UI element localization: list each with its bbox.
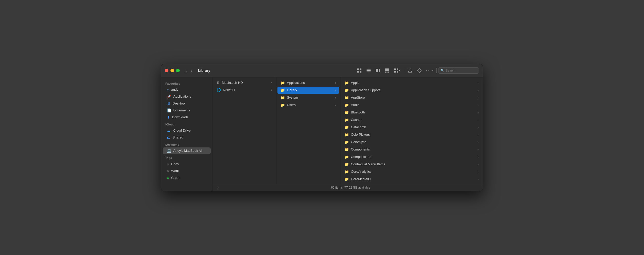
forward-button[interactable]: › xyxy=(189,67,194,74)
file-row-colorsync[interactable]: 📁 ColorSync › xyxy=(341,138,482,146)
search-box[interactable]: 🔍 xyxy=(438,67,479,74)
finder-window: ‹ › Library xyxy=(161,64,483,191)
view-list-button[interactable] xyxy=(364,67,373,74)
maximize-button[interactable] xyxy=(176,69,180,72)
svg-rect-7 xyxy=(376,69,377,72)
chevron-icon: › xyxy=(478,141,479,144)
file-row-audio[interactable]: 📁 Audio › xyxy=(341,101,482,109)
sidebar-item-desktop-label: Desktop xyxy=(173,101,185,105)
file-row-users[interactable]: 📁 Users › xyxy=(277,101,339,109)
sidebar-item-desktop[interactable]: 🖥 Desktop xyxy=(163,100,211,107)
folder-icon: 📁 xyxy=(281,103,285,107)
chevron-icon: › xyxy=(478,103,479,107)
sidebar: Favourites ⌂ andy 🚀 Applications 🖥 Deskt… xyxy=(161,77,212,191)
folder-icon: 📁 xyxy=(345,133,349,137)
chevron-icon: › xyxy=(335,96,336,99)
svg-rect-17 xyxy=(397,71,398,73)
sidebar-item-macbook-air[interactable]: 💻 Andy's MacBook Air xyxy=(163,147,211,154)
file-name-applications: Applications xyxy=(287,81,333,85)
sidebar-item-docs-tag[interactable]: ○ Docs xyxy=(163,161,211,167)
folder-icon: 📁 xyxy=(345,147,349,152)
sidebar-item-icloud-drive-label: iCloud Drive xyxy=(173,129,191,132)
back-button[interactable]: ‹ xyxy=(184,67,188,74)
docs-tag-icon: ○ xyxy=(167,162,169,166)
file-row-coremediaio[interactable]: 📁 CoreMediaIO › xyxy=(341,176,482,183)
column-3: 📁 Apple › 📁 Application Support › 📁 AppS… xyxy=(340,77,483,184)
folder-icon: 📁 xyxy=(345,88,349,92)
sidebar-item-applications-label: Applications xyxy=(173,95,191,98)
applications-icon: 🚀 xyxy=(167,95,171,99)
svg-rect-16 xyxy=(394,71,396,73)
file-row-applications[interactable]: 📁 Applications › xyxy=(277,79,339,86)
column-1: 🖥 Macintosh HD › 🌐 Network › xyxy=(212,77,276,184)
status-bar: ✕ 66 items, 77.52 GB available xyxy=(212,184,483,191)
svg-rect-15 xyxy=(397,68,398,70)
sidebar-item-shared[interactable]: 🗂 Shared xyxy=(163,134,211,141)
column-2: 📁 Applications › 📁 Library › 📁 System › xyxy=(276,77,340,184)
chevron-icon: › xyxy=(271,88,272,91)
status-close-button[interactable]: ✕ xyxy=(216,185,220,190)
share-button[interactable] xyxy=(406,67,414,74)
folder-icon: 📁 xyxy=(345,177,349,181)
file-row-catacomb[interactable]: 📁 Catacomb › xyxy=(341,124,482,131)
file-row-network[interactable]: 🌐 Network › xyxy=(213,86,275,94)
file-row-appstore[interactable]: 📁 AppStore › xyxy=(341,94,482,101)
file-name-colorpickers: ColorPickers xyxy=(351,133,476,136)
search-input[interactable] xyxy=(446,69,477,72)
file-name-system: System xyxy=(287,96,333,99)
file-row-caches[interactable]: 📁 Caches › xyxy=(341,116,482,123)
svg-rect-14 xyxy=(394,68,396,70)
view-columns-button[interactable] xyxy=(373,67,382,74)
sidebar-item-downloads[interactable]: ⬇ Downloads xyxy=(163,114,211,121)
sidebar-item-andy[interactable]: ⌂ andy xyxy=(163,86,211,93)
sidebar-item-work-tag[interactable]: ○ Work xyxy=(163,168,211,174)
sidebar-item-andy-label: andy xyxy=(171,88,178,91)
file-name-components: Components xyxy=(351,147,476,151)
file-row-system[interactable]: 📁 System › xyxy=(277,94,339,101)
close-button[interactable] xyxy=(165,69,168,72)
file-name-apple: Apple xyxy=(351,81,476,85)
sidebar-item-downloads-label: Downloads xyxy=(172,115,188,119)
folder-icon: 📁 xyxy=(281,88,285,92)
chevron-icon: › xyxy=(271,81,272,84)
file-name-audio: Audio xyxy=(351,103,476,107)
status-text: 66 items, 77.52 GB available xyxy=(331,186,370,189)
more-button[interactable]: ··· ▾ xyxy=(424,67,435,74)
file-row-library[interactable]: 📁 Library › xyxy=(277,87,339,94)
sidebar-item-macbook-air-label: Andy's MacBook Air xyxy=(173,149,203,153)
file-row-colorpickers[interactable]: 📁 ColorPickers › xyxy=(341,131,482,138)
file-row-components[interactable]: 📁 Components › xyxy=(341,146,482,153)
file-row-coreanalytics[interactable]: 📁 CoreAnalytics › xyxy=(341,168,482,175)
documents-icon: 📄 xyxy=(167,108,171,112)
work-tag-icon: ○ xyxy=(167,169,169,173)
view-group-button[interactable]: ▾ xyxy=(392,67,402,74)
chevron-icon: › xyxy=(335,89,336,92)
chevron-icon: › xyxy=(478,118,479,121)
svg-rect-0 xyxy=(357,68,359,70)
svg-rect-5 xyxy=(367,70,371,71)
tags-section-label: Tags xyxy=(161,154,212,160)
folder-icon: 📁 xyxy=(281,81,285,85)
sidebar-item-documents[interactable]: 📄 Documents xyxy=(163,107,211,114)
chevron-icon: › xyxy=(478,111,479,114)
icloud-section-label: iCloud xyxy=(161,121,212,127)
file-row-bluetooth[interactable]: 📁 Bluetooth › xyxy=(341,109,482,116)
file-row-apple[interactable]: 📁 Apple › xyxy=(341,79,482,86)
sidebar-item-green-tag[interactable]: ● Green xyxy=(163,175,211,181)
file-name-compositions: Compositions xyxy=(351,155,476,159)
file-row-macintosh-hd[interactable]: 🖥 Macintosh HD › xyxy=(213,79,275,86)
toolbar-divider-1 xyxy=(404,68,404,73)
folder-icon: 📁 xyxy=(345,155,349,159)
file-row-application-support[interactable]: 📁 Application Support › xyxy=(341,87,482,94)
file-row-compositions[interactable]: 📁 Compositions › xyxy=(341,153,482,160)
minimize-button[interactable] xyxy=(170,69,174,72)
sidebar-item-icloud-drive[interactable]: ☁ iCloud Drive xyxy=(163,127,211,134)
sidebar-item-applications[interactable]: 🚀 Applications xyxy=(163,93,211,100)
view-grid-button[interactable] xyxy=(355,67,364,74)
folder-icon: 📁 xyxy=(281,96,285,100)
tag-button[interactable] xyxy=(415,67,424,74)
file-row-contextual-menu-items[interactable]: 📁 Contextual Menu Items › xyxy=(341,161,482,168)
file-name-contextual-menu-items: Contextual Menu Items xyxy=(351,162,476,166)
view-gallery-button[interactable] xyxy=(383,67,391,74)
sidebar-item-work-tag-label: Work xyxy=(171,169,179,173)
